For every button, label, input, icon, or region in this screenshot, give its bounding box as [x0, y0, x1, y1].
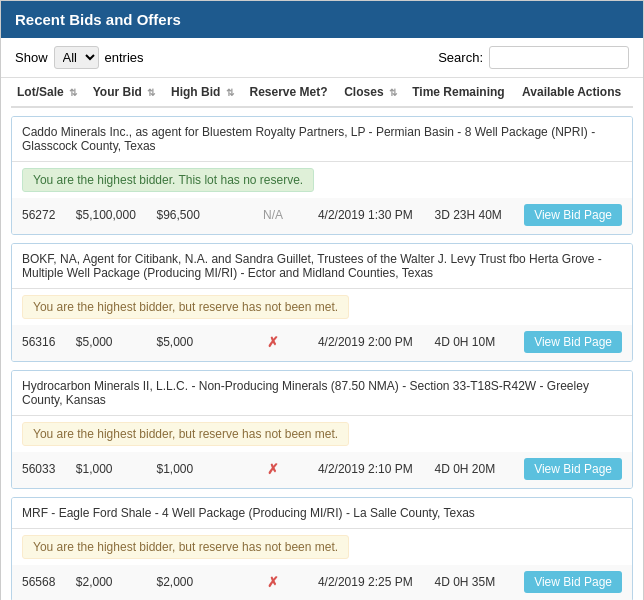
bid-lot-4: 56568: [22, 575, 76, 589]
bid-title-3: Hydrocarbon Minerals II, L.L.C. - Non-Pr…: [12, 371, 632, 416]
table-wrapper: Lot/Sale ⇅ Your Bid ⇅ High Bid ⇅ Reserve…: [1, 78, 643, 600]
search-label: Search:: [438, 50, 483, 65]
col-header-lot: Lot/Sale ⇅: [11, 78, 87, 107]
bid-row-2: 56316 $5,000 $5,000 ✗ 4/2/2019 2:00 PM 4…: [12, 325, 632, 361]
toolbar-right: Search:: [438, 46, 629, 69]
bid-lot-1: 56272: [22, 208, 76, 222]
bid-reserve-1: N/A: [228, 208, 318, 222]
bid-reserve-2: ✗: [228, 334, 318, 350]
toolbar-left: Show All 10 25 50 entries: [15, 46, 144, 69]
bid-status-1: You are the highest bidder. This lot has…: [12, 162, 632, 198]
col-header-reserve-met: Reserve Met?: [244, 78, 339, 107]
col-header-time-remaining: Time Remaining: [406, 78, 516, 107]
bid-status-3: You are the highest bidder, but reserve …: [12, 416, 632, 452]
main-panel: Recent Bids and Offers Show All 10 25 50…: [0, 0, 644, 600]
sort-icon-high-bid: ⇅: [226, 87, 234, 98]
bid-action-1: View Bid Page: [524, 204, 622, 226]
bid-closes-1: 4/2/2019 1:30 PM: [318, 208, 435, 222]
bid-high-bid-4: $2,000: [157, 575, 229, 589]
bid-group-4: MRF - Eagle Ford Shale - 4 Well Package …: [11, 497, 633, 600]
panel-title: Recent Bids and Offers: [15, 11, 181, 28]
panel-header: Recent Bids and Offers: [1, 1, 643, 38]
bid-closes-2: 4/2/2019 2:00 PM: [318, 335, 435, 349]
col-header-high-bid: High Bid ⇅: [165, 78, 244, 107]
bid-reserve-3: ✗: [228, 461, 318, 477]
bid-lot-3: 56033: [22, 462, 76, 476]
bid-high-bid-3: $1,000: [157, 462, 229, 476]
toolbar: Show All 10 25 50 entries Search:: [1, 38, 643, 78]
bid-group-3: Hydrocarbon Minerals II, L.L.C. - Non-Pr…: [11, 370, 633, 489]
bid-lot-2: 56316: [22, 335, 76, 349]
bid-reserve-4: ✗: [228, 574, 318, 590]
status-badge-4: You are the highest bidder, but reserve …: [22, 535, 349, 559]
bid-time-3: 4D 0H 20M: [434, 462, 524, 476]
entries-label: entries: [105, 50, 144, 65]
status-badge-1: You are the highest bidder. This lot has…: [22, 168, 314, 192]
bid-action-3: View Bid Page: [524, 458, 622, 480]
bid-status-2: You are the highest bidder, but reserve …: [12, 289, 632, 325]
view-bid-btn-4[interactable]: View Bid Page: [524, 571, 622, 593]
sort-icon-closes: ⇅: [389, 87, 397, 98]
bid-group-2: BOKF, NA, Agent for Citibank, N.A. and S…: [11, 243, 633, 362]
col-header-actions: Available Actions: [516, 78, 633, 107]
show-entries-select[interactable]: All 10 25 50: [54, 46, 99, 69]
bid-high-bid-1: $96,500: [157, 208, 229, 222]
status-badge-3: You are the highest bidder, but reserve …: [22, 422, 349, 446]
bid-title-2: BOKF, NA, Agent for Citibank, N.A. and S…: [12, 244, 632, 289]
bid-time-1: 3D 23H 40M: [434, 208, 524, 222]
bid-time-4: 4D 0H 35M: [434, 575, 524, 589]
bid-title-4: MRF - Eagle Ford Shale - 4 Well Package …: [12, 498, 632, 529]
table-header-row: Lot/Sale ⇅ Your Bid ⇅ High Bid ⇅ Reserve…: [11, 78, 633, 107]
sort-icon-lot: ⇅: [69, 87, 77, 98]
bid-your-bid-4: $2,000: [76, 575, 157, 589]
bid-your-bid-2: $5,000: [76, 335, 157, 349]
bid-row-4: 56568 $2,000 $2,000 ✗ 4/2/2019 2:25 PM 4…: [12, 565, 632, 600]
status-badge-2: You are the highest bidder, but reserve …: [22, 295, 349, 319]
bid-group-1: Caddo Minerals Inc., as agent for Bluest…: [11, 116, 633, 235]
view-bid-btn-2[interactable]: View Bid Page: [524, 331, 622, 353]
bid-title-1: Caddo Minerals Inc., as agent for Bluest…: [12, 117, 632, 162]
sort-icon-your-bid: ⇅: [147, 87, 155, 98]
bid-closes-3: 4/2/2019 2:10 PM: [318, 462, 435, 476]
search-input[interactable]: [489, 46, 629, 69]
view-bid-btn-1[interactable]: View Bid Page: [524, 204, 622, 226]
view-bid-btn-3[interactable]: View Bid Page: [524, 458, 622, 480]
bid-time-2: 4D 0H 10M: [434, 335, 524, 349]
bid-row-1: 56272 $5,100,000 $96,500 N/A 4/2/2019 1:…: [12, 198, 632, 234]
col-header-closes: Closes ⇅: [338, 78, 406, 107]
bid-high-bid-2: $5,000: [157, 335, 229, 349]
bid-status-4: You are the highest bidder, but reserve …: [12, 529, 632, 565]
show-label: Show: [15, 50, 48, 65]
bid-action-4: View Bid Page: [524, 571, 622, 593]
bid-your-bid-1: $5,100,000: [76, 208, 157, 222]
bid-your-bid-3: $1,000: [76, 462, 157, 476]
bid-closes-4: 4/2/2019 2:25 PM: [318, 575, 435, 589]
col-header-your-bid: Your Bid ⇅: [87, 78, 165, 107]
bids-table: Lot/Sale ⇅ Your Bid ⇅ High Bid ⇅ Reserve…: [11, 78, 633, 108]
bid-row-3: 56033 $1,000 $1,000 ✗ 4/2/2019 2:10 PM 4…: [12, 452, 632, 488]
bid-action-2: View Bid Page: [524, 331, 622, 353]
